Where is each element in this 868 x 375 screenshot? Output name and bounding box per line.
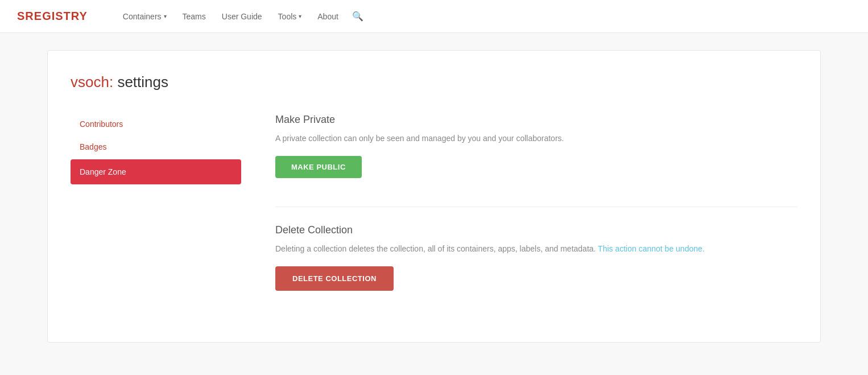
nav-link-containers[interactable]: Containers ▾ [116, 7, 173, 26]
search-icon[interactable]: 🔍 [348, 7, 368, 26]
make-public-button[interactable]: MAKE PUBLIC [275, 156, 362, 178]
section-delete-collection: Delete Collection Deleting a collection … [275, 224, 797, 291]
delete-collection-button[interactable]: DELETE COLLECTION [275, 266, 394, 291]
brand-registry: REGISTRY [25, 10, 88, 22]
nav-item-about: About [311, 7, 345, 26]
nav-item-search: 🔍 [348, 11, 368, 22]
navbar: SREGISTRY Containers ▾ Teams User Guide … [0, 0, 868, 33]
content-card: vsoch: settings Contributors Badges Dang… [47, 50, 821, 343]
chevron-down-icon: ▾ [164, 13, 167, 19]
nav-menu: Containers ▾ Teams User Guide Tools ▾ Ab… [116, 7, 368, 26]
layout-row: Contributors Badges Danger Zone Make Pri… [71, 114, 797, 319]
nav-item-containers: Containers ▾ [116, 7, 173, 26]
nav-link-about[interactable]: About [311, 7, 345, 26]
main-container: vsoch: settings Contributors Badges Dang… [24, 33, 844, 360]
page-title: vsoch: settings [71, 73, 797, 91]
delete-desc-warning: This action cannot be undone. [598, 244, 705, 253]
brand-logo[interactable]: SREGISTRY [17, 10, 88, 23]
make-private-desc: A private collection can only be seen an… [275, 133, 797, 145]
delete-collection-desc: Deleting a collection deletes the collec… [275, 243, 797, 255]
page-title-text: settings [117, 73, 168, 90]
sidebar-link-contributors[interactable]: Contributors [71, 114, 241, 134]
section-make-private: Make Private A private collection can on… [275, 114, 797, 178]
brand-s: S [17, 10, 25, 22]
nav-link-teams[interactable]: Teams [176, 7, 213, 26]
sidebar-link-badges[interactable]: Badges [71, 137, 241, 157]
delete-desc-main: Deleting a collection deletes the collec… [275, 244, 596, 253]
nav-item-tools: Tools ▾ [271, 7, 309, 26]
sidebar-link-danger-zone[interactable]: Danger Zone [71, 159, 241, 184]
nav-link-tools[interactable]: Tools ▾ [271, 7, 309, 26]
main-content: Make Private A private collection can on… [275, 114, 797, 319]
section-divider [275, 207, 797, 207]
nav-item-teams: Teams [176, 7, 213, 26]
make-private-title: Make Private [275, 114, 797, 126]
nav-item-userguide: User Guide [215, 7, 269, 26]
chevron-down-icon-tools: ▾ [299, 13, 301, 19]
delete-collection-title: Delete Collection [275, 224, 797, 236]
nav-link-userguide[interactable]: User Guide [215, 7, 269, 26]
page-username: vsoch: [71, 73, 113, 90]
sidebar: Contributors Badges Danger Zone [71, 114, 241, 319]
